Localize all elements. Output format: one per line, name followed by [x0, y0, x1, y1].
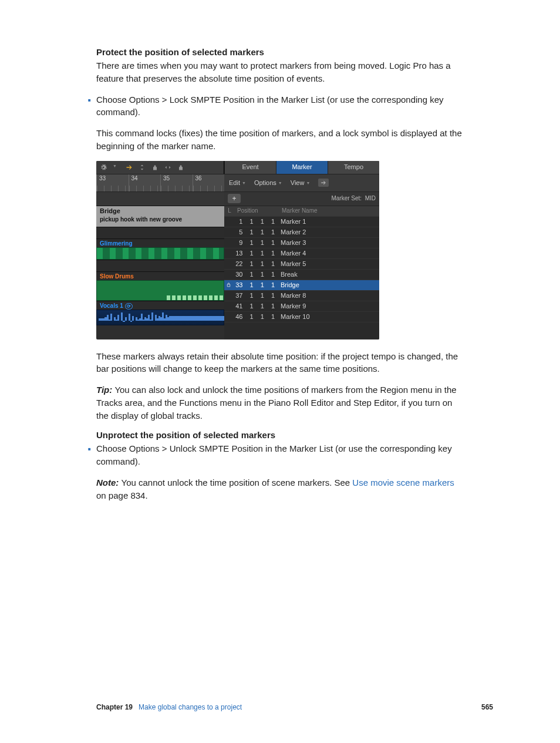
paragraph: This command locks (fixes) the time posi…	[96, 127, 463, 153]
tracks-area: Bridge pickup hook with new groove Glimm…	[96, 206, 224, 339]
track-slow-drums[interactable]: Slow Drums	[96, 271, 224, 301]
column-header-position[interactable]: Position	[234, 208, 278, 214]
chapter-number: Chapter 19	[96, 703, 133, 711]
marker-name[interactable]: Marker 1	[277, 218, 379, 225]
step-item: Choose Options > Unlock SMPTE Position i…	[88, 442, 463, 468]
bar-ruler[interactable]: 33 34 35 36	[96, 174, 224, 191]
heading-protect: Protect the position of selected markers	[96, 47, 463, 57]
tip-paragraph: Tip: You can also lock and unlock the ti…	[96, 384, 463, 422]
ruler-tick: 33	[96, 174, 129, 191]
left-toolbar: ▼	[96, 161, 224, 174]
list-empty-area	[224, 322, 379, 339]
ruler-tick: 36	[193, 174, 225, 191]
midi-region[interactable]	[96, 247, 224, 260]
marker-position[interactable]: 33111	[232, 282, 277, 288]
marker-position[interactable]: 5111	[232, 229, 277, 236]
region-label: Slow Drums	[100, 274, 134, 280]
paragraph: There are times when you may want to pro…	[96, 59, 463, 85]
marker-position[interactable]: 30111	[232, 271, 277, 278]
tab-tempo[interactable]: Tempo	[328, 161, 379, 174]
page-number: 565	[481, 703, 493, 711]
marker-position[interactable]: 1111	[232, 218, 277, 225]
marker-position[interactable]: 13111	[232, 250, 277, 257]
edit-menu[interactable]: Edit▼	[229, 180, 246, 186]
track-glimmering[interactable]: Glimmering	[96, 238, 224, 260]
marker-row[interactable]: 37111Marker 8	[224, 290, 379, 301]
marker-row[interactable]: 46111Marker 10	[224, 311, 379, 322]
marker-position[interactable]: 41111	[232, 303, 277, 310]
marker-set-selector[interactable]: Marker Set: MID	[331, 196, 376, 201]
marker-name[interactable]: Marker 10	[277, 314, 379, 320]
view-menu[interactable]: View▼	[291, 180, 311, 186]
tab-event[interactable]: Event	[224, 161, 276, 174]
marker-name[interactable]: Bridge	[277, 282, 379, 288]
marker-name[interactable]: Marker 5	[277, 261, 379, 267]
marker-name[interactable]: Break	[277, 271, 379, 278]
column-header-name[interactable]: Marker Name	[278, 208, 379, 214]
region-title: Bridge	[100, 208, 120, 214]
region-label: Glimmering	[100, 241, 133, 247]
region-label: Vocals 1 ⟳	[100, 303, 133, 309]
chevron-down-icon[interactable]: ▼	[113, 164, 120, 171]
marker-row[interactable]: 13111Marker 4	[224, 248, 379, 258]
list-editor-toolbar: Edit▼ Options▼ View▼	[224, 174, 379, 191]
vertical-arrows-icon[interactable]	[139, 164, 146, 171]
loop-icon: ⟳	[125, 303, 133, 310]
track-vocals[interactable]: Vocals 1 ⟳	[96, 301, 224, 325]
marker-track-lane	[96, 191, 224, 206]
lock-icon	[224, 282, 232, 288]
lock-width-icon[interactable]	[177, 164, 184, 171]
marker-row[interactable]: 30111Break	[224, 269, 379, 280]
marker-name[interactable]: Marker 2	[277, 229, 379, 236]
chevron-down-icon: ▼	[306, 181, 310, 185]
region-subtitle: pickup hook with new groove	[100, 217, 182, 223]
ruler-tick: 35	[160, 174, 193, 191]
marker-row[interactable]: 1111Marker 1	[224, 216, 379, 227]
marker-row[interactable]: 5111Marker 2	[224, 227, 379, 237]
heading-unprotect: Unprotect the position of selected marke…	[96, 430, 463, 440]
lane-gap	[96, 260, 224, 271]
marker-position[interactable]: 46111	[232, 314, 277, 320]
marker-name[interactable]: Marker 8	[277, 293, 379, 299]
chapter-title-link[interactable]: Make global changes to a project	[139, 703, 242, 711]
note-paragraph: Note: You cannot unlock the time positio…	[96, 476, 463, 502]
marker-name[interactable]: Marker 9	[277, 303, 379, 310]
marker-name[interactable]: Marker 3	[277, 240, 379, 246]
note-label: Note:	[96, 478, 122, 488]
chevron-down-icon: ▼	[278, 181, 282, 185]
column-header-lock[interactable]: L	[225, 208, 234, 214]
catch-icon[interactable]	[126, 164, 133, 171]
app-screenshot: ▼ Event Marker Tempo 33 34	[96, 161, 379, 339]
ruler-tick: 34	[129, 174, 161, 191]
region-pattern	[167, 295, 223, 300]
marker-row[interactable]: 22111Marker 5	[224, 258, 379, 269]
tab-marker[interactable]: Marker	[276, 161, 328, 174]
step-item: Choose Options > Lock SMPTE Position in …	[88, 93, 463, 119]
marker-region-bridge[interactable]: Bridge pickup hook with new groove	[96, 206, 224, 227]
marker-position[interactable]: 22111	[232, 261, 277, 267]
marker-position[interactable]: 37111	[232, 293, 277, 299]
marker-position[interactable]: 9111	[232, 240, 277, 246]
lane-gap	[96, 227, 224, 238]
waveform	[99, 311, 224, 323]
add-marker-button[interactable]: +	[228, 194, 241, 203]
chevron-down-icon: ▼	[242, 181, 246, 185]
lock-height-icon[interactable]	[151, 164, 158, 171]
marker-name[interactable]: Marker 4	[277, 250, 379, 257]
paragraph: These markers always retain their absolu…	[96, 350, 463, 376]
marker-row[interactable]: 9111Marker 3	[224, 237, 379, 248]
gear-icon[interactable]	[100, 164, 107, 171]
marker-row[interactable]: 41111Marker 9	[224, 301, 379, 311]
tip-label: Tip:	[96, 385, 114, 395]
catch-playhead-button[interactable]	[318, 179, 329, 187]
footer-chapter: Chapter 19 Make global changes to a proj…	[67, 703, 242, 711]
horizontal-arrows-icon[interactable]	[164, 164, 171, 171]
marker-row[interactable]: 33111Bridge	[224, 280, 379, 290]
marker-list: L Position Marker Name 1111Marker 15111M…	[224, 206, 379, 339]
options-menu[interactable]: Options▼	[254, 180, 282, 186]
link-scene-markers[interactable]: Use movie scene markers	[352, 478, 454, 488]
